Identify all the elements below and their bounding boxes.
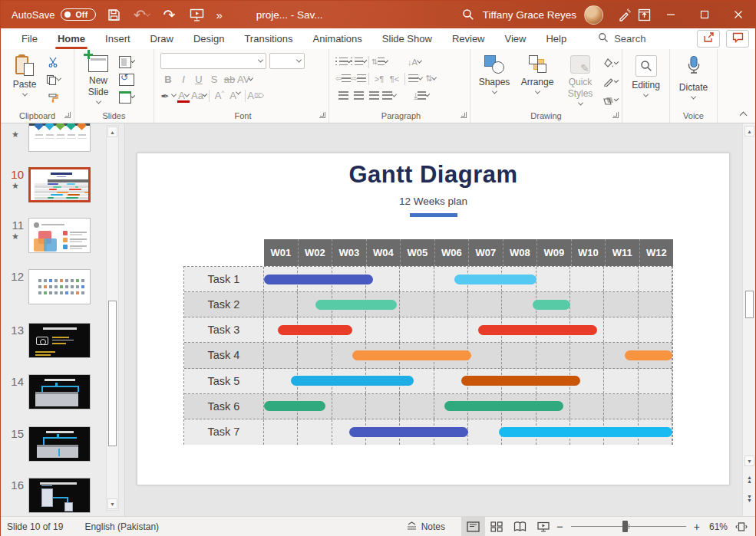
character-spacing-button[interactable]: AV [237, 72, 253, 87]
gantt-bar[interactable] [291, 376, 414, 386]
increase-font-size-button[interactable]: A^ [212, 88, 227, 103]
next-slide-button[interactable]: ▼▼ [743, 492, 756, 505]
underline-button[interactable]: U [191, 72, 206, 87]
tab-animations[interactable]: Animations [303, 29, 372, 49]
align-center-button[interactable] [351, 88, 366, 103]
bold-button[interactable]: B [160, 72, 176, 87]
close-button[interactable] [721, 1, 755, 28]
tab-view[interactable]: View [495, 29, 536, 49]
reading-view-button[interactable] [508, 517, 532, 536]
gantt-bar[interactable] [278, 325, 353, 335]
pen-wand-button[interactable] [614, 5, 634, 25]
gantt-bar[interactable] [352, 350, 471, 360]
columns-button[interactable] [408, 71, 423, 86]
scroll-down-arrow[interactable]: ▼ [107, 498, 117, 509]
tab-slide-show[interactable]: Slide Show [372, 29, 442, 49]
tab-help[interactable]: Help [536, 29, 576, 49]
change-case-button[interactable]: Aa [191, 88, 206, 103]
user-avatar[interactable] [584, 5, 603, 25]
paragraph-dialog-launcher[interactable] [461, 112, 467, 118]
slide-sorter-view-button[interactable] [485, 517, 508, 536]
gantt-bar[interactable] [264, 275, 373, 284]
quick-styles-button[interactable]: Quick Styles [560, 53, 601, 109]
normal-view-button[interactable] [461, 517, 485, 536]
cut-button[interactable] [45, 54, 61, 69]
scroll-up-arrow[interactable]: ▲ [744, 126, 754, 136]
canvas-scrollbar[interactable]: ▲ ▼ ▲▲ ▼▼ [742, 123, 755, 516]
scroll-down-arrow[interactable]: ▼ [744, 455, 754, 466]
tab-insert[interactable]: Insert [95, 29, 140, 49]
strikethrough-button[interactable]: ab [222, 72, 237, 87]
minimize-button[interactable] [654, 1, 688, 28]
align-right-button[interactable] [366, 88, 381, 103]
paste-button[interactable]: Paste [4, 53, 45, 109]
text-direction-button[interactable]: ↓A [407, 54, 422, 69]
language-indicator[interactable]: English (Pakistan) [84, 521, 159, 532]
rtl-button[interactable]: ¶< [387, 71, 402, 86]
font-size-combobox[interactable] [269, 53, 305, 69]
copy-button[interactable] [45, 72, 61, 87]
gantt-chart[interactable]: W01W02W03W04W05W06W07W08W09W10W11W12 Tas… [183, 239, 673, 445]
increase-indent-button[interactable]: ⇨ [351, 71, 366, 86]
gantt-bar[interactable] [533, 300, 570, 310]
scrollbar-thumb[interactable] [745, 291, 754, 318]
maximize-button[interactable] [688, 1, 721, 28]
arrange-button[interactable]: Arrange [517, 53, 558, 109]
slide-thumbnail-12[interactable] [28, 269, 91, 304]
font-name-combobox[interactable] [160, 53, 266, 69]
slide-subtitle[interactable]: 12 Weeks plan [137, 196, 729, 207]
ribbon-display-options-button[interactable] [634, 5, 654, 25]
user-name[interactable]: Tiffany Grace Reyes [483, 9, 576, 21]
zoom-slider[interactable] [571, 526, 686, 527]
shapes-button[interactable]: Shapes [474, 53, 515, 109]
decrease-indent-button[interactable]: ⇦ [335, 71, 351, 86]
clear-formatting-button[interactable]: A⌦ [248, 88, 263, 103]
tab-home[interactable]: Home [48, 29, 95, 49]
fit-slide-to-window-button[interactable] [732, 517, 751, 536]
slide-title[interactable]: Gantt Diagram [137, 161, 729, 189]
scrollbar-thumb[interactable] [108, 301, 117, 446]
zoom-slider-thumb[interactable] [622, 521, 628, 532]
editing-button[interactable]: Editing [626, 53, 666, 109]
slide-thumbnail[interactable] [28, 123, 91, 152]
ltr-button[interactable]: >¶ [371, 71, 387, 86]
gantt-bar[interactable] [264, 401, 325, 411]
comments-button[interactable] [726, 30, 749, 48]
decrease-font-size-button[interactable]: A [227, 88, 243, 103]
slide-thumbnail-15[interactable] [28, 426, 91, 462]
undo-button[interactable]: ↶ [131, 5, 151, 25]
slide-thumbnail-13[interactable] [28, 323, 91, 358]
convert-smartart-button[interactable]: ⤓ [414, 88, 429, 103]
font-color-button[interactable]: A [176, 88, 191, 103]
format-painter-button[interactable] [45, 90, 61, 104]
slideshow-view-button[interactable] [532, 517, 555, 536]
zoom-out-button[interactable]: − [555, 517, 565, 536]
slide-thumbnail-14[interactable] [28, 374, 91, 409]
align-text-button[interactable]: ⇅ [423, 71, 438, 86]
font-dialog-launcher[interactable] [319, 112, 325, 118]
tab-transitions[interactable]: Transitions [234, 29, 302, 49]
slide-layout-button[interactable] [119, 54, 134, 69]
slide-thumbnail-10[interactable] [28, 167, 91, 202]
clipboard-dialog-launcher[interactable] [64, 112, 71, 118]
titlebar-search-button[interactable] [458, 5, 478, 25]
ribbon-search[interactable]: Search [598, 32, 645, 45]
zoom-level[interactable]: 61% [702, 521, 728, 532]
autosave-control[interactable]: AutoSave Off [12, 8, 96, 21]
reset-slide-button[interactable] [119, 72, 134, 87]
slide-thumbnail-16[interactable] [28, 478, 91, 513]
scroll-up-arrow[interactable]: ▲ [107, 127, 117, 137]
drawing-dialog-launcher[interactable] [612, 112, 619, 118]
gantt-bar[interactable] [349, 427, 468, 437]
thumbnail-scrollbar[interactable]: ▲ ▼ [106, 125, 119, 511]
justify-button[interactable] [381, 88, 397, 103]
gantt-bar[interactable] [461, 376, 580, 386]
gantt-bar[interactable] [444, 401, 563, 411]
tab-draw[interactable]: Draw [140, 29, 183, 49]
shape-fill-button[interactable] [602, 56, 618, 71]
tab-review[interactable]: Review [442, 29, 495, 49]
redo-button[interactable]: ↷ [159, 5, 179, 25]
text-highlight-button[interactable] [160, 88, 176, 103]
section-button[interactable] [119, 90, 134, 104]
tab-design[interactable]: Design [183, 29, 234, 49]
